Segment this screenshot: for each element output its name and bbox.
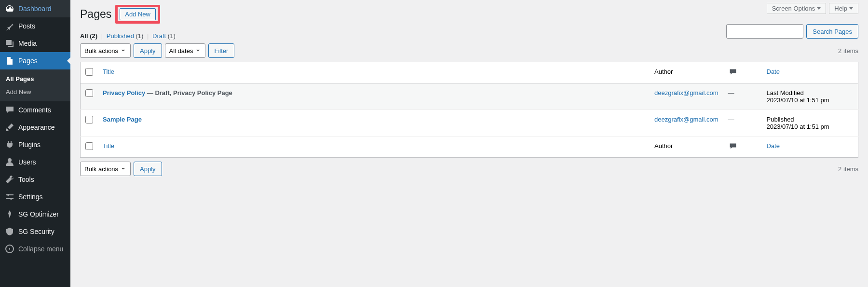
menu-sg-security[interactable]: SG Security: [0, 223, 70, 240]
search-pages-button[interactable]: Search Pages: [806, 24, 858, 39]
media-icon: [5, 39, 14, 48]
plug-icon: [5, 140, 14, 150]
admin-sidebar: Dashboard Posts Media Pages All Pages Ad…: [0, 0, 70, 287]
menu-tools[interactable]: Tools: [0, 171, 70, 188]
sliders-icon: [5, 192, 14, 202]
filter-draft[interactable]: Draft (1): [152, 32, 176, 40]
filter-button[interactable]: Filter: [208, 43, 235, 58]
collapse-menu[interactable]: Collapse menu: [0, 240, 70, 258]
menu-plugins[interactable]: Plugins: [0, 136, 70, 153]
menu-label: SG Security: [18, 228, 54, 235]
row-title-link[interactable]: Sample Page: [103, 116, 142, 123]
page-title: Pages: [80, 8, 111, 21]
filter-draft-count: (1): [168, 32, 176, 40]
rocket-icon: [5, 209, 14, 219]
comment-icon: [5, 105, 14, 115]
menu-label: Comments: [18, 106, 51, 114]
menu-label: Users: [18, 158, 36, 166]
dashboard-icon: [5, 4, 14, 14]
bulk-actions-select[interactable]: Bulk actions: [80, 43, 131, 58]
row-comments: —: [728, 89, 734, 96]
svg-point-2: [10, 198, 12, 200]
menu-label: Tools: [18, 176, 34, 183]
row-date-value: 2023/07/10 at 1:51 pm: [767, 96, 829, 104]
row-date-status: Last Modified: [767, 89, 804, 96]
user-icon: [5, 157, 14, 167]
column-date[interactable]: Date: [767, 68, 780, 75]
row-title-link[interactable]: Privacy Policy: [103, 89, 145, 96]
table-row: Sample Page deezgrafix@gmail.com — Publi…: [81, 110, 858, 137]
row-comments: —: [728, 116, 734, 123]
menu-comments[interactable]: Comments: [0, 101, 70, 119]
wrench-icon: [5, 175, 14, 184]
row-date-value: 2023/07/10 at 1:51 pm: [767, 123, 829, 130]
add-new-button[interactable]: Add New: [120, 8, 156, 20]
highlight-annotation: Add New: [115, 5, 160, 24]
menu-settings[interactable]: Settings: [0, 188, 70, 205]
comments-icon: [728, 68, 738, 76]
filter-all[interactable]: All (2): [80, 32, 97, 40]
menu-label: Pages: [18, 57, 38, 65]
filter-published-count: (1): [136, 32, 144, 40]
row-author-link[interactable]: deezgrafix@gmail.com: [654, 89, 718, 96]
filter-all-label: All: [80, 32, 88, 40]
menu-label: Dashboard: [18, 5, 52, 13]
filter-published[interactable]: Published (1): [107, 32, 144, 40]
caret-down-icon: [849, 7, 853, 10]
row-author-link[interactable]: deezgrafix@gmail.com: [654, 116, 718, 123]
svg-point-0: [8, 158, 12, 162]
filter-all-count: (2): [90, 32, 97, 40]
select-all-checkbox[interactable]: [85, 68, 93, 76]
collapse-label: Collapse menu: [18, 245, 63, 253]
svg-point-1: [7, 194, 9, 196]
column-title-bottom[interactable]: Title: [103, 142, 114, 150]
apply-button[interactable]: Apply: [134, 43, 162, 58]
menu-dashboard[interactable]: Dashboard: [0, 0, 70, 17]
items-count-bottom: 2 items: [838, 165, 858, 173]
column-title[interactable]: Title: [103, 68, 114, 75]
select-all-checkbox-bottom[interactable]: [85, 142, 93, 150]
row-date-status: Published: [767, 116, 794, 123]
items-count-top: 2 items: [838, 47, 858, 55]
help-label: Help: [834, 5, 847, 12]
row-checkbox[interactable]: [85, 116, 93, 123]
menu-users[interactable]: Users: [0, 153, 70, 171]
column-author-bottom: Author: [650, 137, 723, 158]
column-author: Author: [650, 62, 723, 83]
help-button[interactable]: Help: [829, 3, 858, 14]
page-icon: [5, 56, 14, 66]
caret-down-icon: [817, 7, 821, 10]
menu-label: Media: [18, 40, 37, 47]
collapse-icon: [5, 244, 14, 254]
apply-button-bottom[interactable]: Apply: [134, 162, 162, 176]
menu-posts[interactable]: Posts: [0, 17, 70, 35]
column-date-bottom[interactable]: Date: [767, 142, 780, 150]
menu-media[interactable]: Media: [0, 35, 70, 52]
brush-icon: [5, 123, 14, 132]
date-filter-select[interactable]: All dates: [165, 43, 205, 58]
menu-sg-optimizer[interactable]: SG Optimizer: [0, 205, 70, 223]
pages-table: Title Author Date Privacy Policy — Draft…: [80, 62, 858, 158]
menu-label: Posts: [18, 22, 35, 30]
submenu-add-new[interactable]: Add New: [0, 85, 70, 98]
menu-appearance[interactable]: Appearance: [0, 119, 70, 136]
menu-pages[interactable]: Pages: [0, 52, 70, 69]
row-state: — Draft, Privacy Policy Page: [145, 89, 232, 96]
bulk-actions-select-bottom[interactable]: Bulk actions: [80, 162, 131, 176]
table-row: Privacy Policy — Draft, Privacy Policy P…: [81, 83, 858, 110]
filter-draft-label: Draft: [152, 32, 166, 40]
submenu-pages: All Pages Add New: [0, 69, 70, 101]
screen-options-label: Screen Options: [772, 5, 815, 12]
filter-published-label: Published: [107, 32, 134, 40]
menu-label: Plugins: [18, 141, 41, 149]
menu-label: SG Optimizer: [18, 210, 59, 218]
search-input[interactable]: [726, 24, 803, 39]
row-checkbox[interactable]: [85, 89, 93, 97]
comments-icon: [728, 142, 738, 150]
shield-icon: [5, 227, 14, 236]
menu-label: Appearance: [18, 123, 55, 131]
submenu-all-pages[interactable]: All Pages: [0, 72, 70, 85]
screen-options-button[interactable]: Screen Options: [767, 3, 827, 14]
main-content: Screen Options Help Pages Add New Search…: [70, 0, 868, 287]
pin-icon: [5, 21, 14, 31]
